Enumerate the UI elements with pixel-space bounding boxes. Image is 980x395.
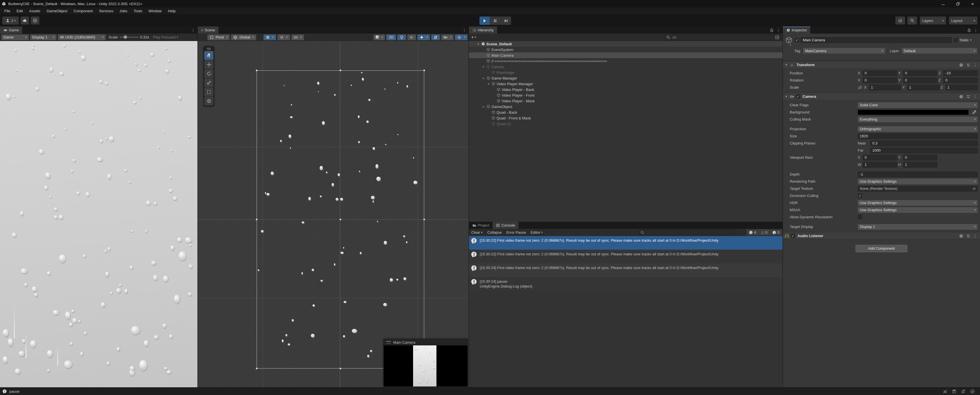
foldout-caret[interactable]: ▾ — [482, 65, 485, 68]
snap-toggle[interactable]: ▾ — [277, 35, 290, 40]
scene-view[interactable]: Main Camera — [198, 41, 469, 387]
hierarchy-item[interactable]: RawImage — [469, 70, 783, 75]
link-broken-icon[interactable] — [858, 85, 862, 90]
audio-toggle[interactable] — [407, 35, 416, 40]
cache-server-slash-icon[interactable] — [952, 389, 957, 394]
rendering-path-dropdown[interactable]: Use Graphics Settings▾ — [858, 179, 978, 185]
position-z-field[interactable]: -10 — [943, 70, 978, 76]
layout-dropdown[interactable]: Layout ▾ — [949, 16, 977, 24]
hierarchy-item[interactable]: ▾Video Player Manager — [469, 81, 783, 87]
viewport-x-field[interactable]: 0 — [862, 155, 897, 161]
viewport-h-field[interactable]: 1 — [903, 162, 937, 167]
error-pause-toggle[interactable]: Error Pause — [504, 229, 528, 236]
target-texture-field[interactable]: None (Render Texture) ⊙ — [858, 186, 978, 191]
transform-tool[interactable] — [204, 97, 213, 105]
search-button[interactable] — [907, 16, 917, 24]
chevron-down-icon[interactable]: ▾ — [475, 36, 476, 39]
scene-visibility-toggle[interactable] — [431, 35, 440, 40]
error-filter-toggle[interactable]: 0 — [770, 229, 782, 236]
menu-file[interactable]: File — [1, 7, 13, 14]
camera-enabled-checkbox[interactable]: ✓ — [796, 94, 800, 99]
debugger-bug-slash-icon[interactable] — [943, 389, 948, 394]
hierarchy-item[interactable]: Quad (1) — [469, 121, 783, 127]
collapse-toggle[interactable]: Collapse — [485, 229, 504, 236]
kebab-menu-icon[interactable]: ⋮ — [776, 28, 780, 32]
background-color-swatch[interactable] — [858, 110, 969, 115]
console-log-entry[interactable]: [15:30:24] pauseUnityEngine.Debug:Log (o… — [469, 277, 783, 291]
tab-game[interactable]: Game — [0, 27, 22, 33]
dynamic-resolution-checkbox[interactable] — [858, 215, 862, 219]
restore-button[interactable] — [950, 0, 965, 7]
step-button[interactable] — [501, 16, 511, 25]
tab-inspector[interactable]: Inspector — [783, 27, 810, 33]
global-dropdown[interactable]: Global▾ — [231, 35, 256, 40]
console-search-input[interactable] — [646, 231, 733, 234]
gameobject-cube-icon[interactable]: ▾ — [785, 37, 792, 44]
tab-console[interactable]: Console — [493, 222, 519, 229]
menu-edit[interactable]: Edit — [13, 7, 26, 14]
presets-icon[interactable] — [966, 94, 970, 99]
refresh-slash-icon[interactable] — [961, 389, 966, 394]
active-checkbox[interactable]: ✓ — [795, 38, 799, 42]
hierarchy-item[interactable]: // =====================================… — [469, 58, 783, 64]
hierarchy-item[interactable]: Video Player - Mask — [469, 98, 783, 104]
undo-history-button[interactable] — [896, 16, 905, 24]
kebab-menu-icon[interactable]: ⋮ — [462, 28, 466, 32]
picker-icon[interactable] — [775, 35, 780, 40]
grid-visibility-toggle[interactable]: ▾ — [264, 35, 276, 40]
kebab-menu-icon[interactable]: ⋮ — [973, 234, 977, 238]
foldout-caret[interactable]: ▾ — [482, 76, 485, 80]
pause-button[interactable] — [490, 16, 501, 25]
view-hand-tool[interactable] — [204, 51, 213, 60]
hierarchy-item[interactable]: Main Camera — [469, 53, 783, 58]
tag-dropdown[interactable]: MainCamera▾ — [803, 48, 885, 54]
projection-dropdown[interactable]: Orthographic▾ — [858, 126, 978, 132]
frustum-handle[interactable] — [256, 70, 258, 71]
move-tool[interactable] — [204, 60, 213, 69]
foldout-caret[interactable]: ▼ — [784, 63, 788, 66]
2d-toggle[interactable]: 2D — [386, 35, 396, 40]
frustum-handle[interactable] — [256, 368, 258, 370]
tab-hierarchy[interactable]: Hierarchy — [469, 27, 497, 33]
tab-project[interactable]: Project — [469, 222, 493, 229]
rotation-x-field[interactable]: 0 — [862, 78, 897, 83]
hierarchy-item[interactable]: EventSystem — [469, 47, 783, 53]
game-view[interactable] — [0, 41, 197, 387]
camera-preview-overlay[interactable]: Main Camera — [383, 339, 468, 387]
foldout-caret[interactable]: ▾ — [487, 82, 490, 86]
clear-button[interactable]: Clear ▾ — [469, 229, 485, 236]
hierarchy-item[interactable]: ▾Scene_Default — [469, 41, 783, 47]
position-y-field[interactable]: 0 — [903, 70, 937, 76]
transform-header[interactable]: ▼ Transform ? ⋮ — [783, 61, 980, 68]
audio-listener-header[interactable]: ✓ Audio Listener ? ⋮ — [783, 232, 980, 240]
play-button[interactable] — [479, 16, 490, 25]
hierarchy-item[interactable]: ▾Canvas — [469, 64, 783, 70]
scale-slider[interactable] — [120, 37, 138, 38]
pivot-dropdown[interactable]: Pivot▾ — [207, 35, 230, 40]
audio-listener-checkbox[interactable]: ✓ — [791, 234, 795, 238]
viewport-y-field[interactable]: 0 — [903, 155, 937, 161]
menu-assets[interactable]: Assets — [26, 7, 43, 14]
menu-tools[interactable]: Tools — [130, 7, 145, 14]
clear-flags-dropdown[interactable]: Solid Color▾ — [858, 102, 978, 108]
depth-field[interactable]: -1 — [858, 172, 978, 177]
help-icon[interactable]: ? — [959, 234, 964, 238]
foldout-caret[interactable]: ▼ — [784, 95, 788, 98]
menu-gameobject[interactable]: GameObject — [43, 7, 70, 14]
eyedropper-button[interactable] — [971, 110, 978, 115]
menu-help[interactable]: Help — [165, 7, 179, 14]
hierarchy-item[interactable]: ▾GameObject — [469, 104, 783, 110]
rotation-z-field[interactable]: 0 — [943, 78, 978, 83]
menu-component[interactable]: Component — [70, 7, 96, 14]
layer-dropdown[interactable]: Default▾ — [902, 48, 977, 54]
kebab-menu-icon[interactable]: ⋮ — [973, 94, 977, 99]
add-component-button[interactable]: Add Component — [856, 245, 907, 252]
foldout-caret[interactable]: ▾ — [476, 43, 480, 46]
frustum-handle[interactable] — [340, 218, 341, 220]
layers-dropdown[interactable]: Layers ▾ — [920, 16, 946, 24]
kebab-menu-icon[interactable]: ⋮ — [191, 28, 195, 32]
lighting-toggle[interactable] — [398, 35, 406, 40]
frustum-handle[interactable] — [340, 368, 341, 370]
frustum-handle[interactable] — [340, 70, 341, 71]
play-focused-dropdown[interactable]: Play Focused — [153, 35, 175, 39]
